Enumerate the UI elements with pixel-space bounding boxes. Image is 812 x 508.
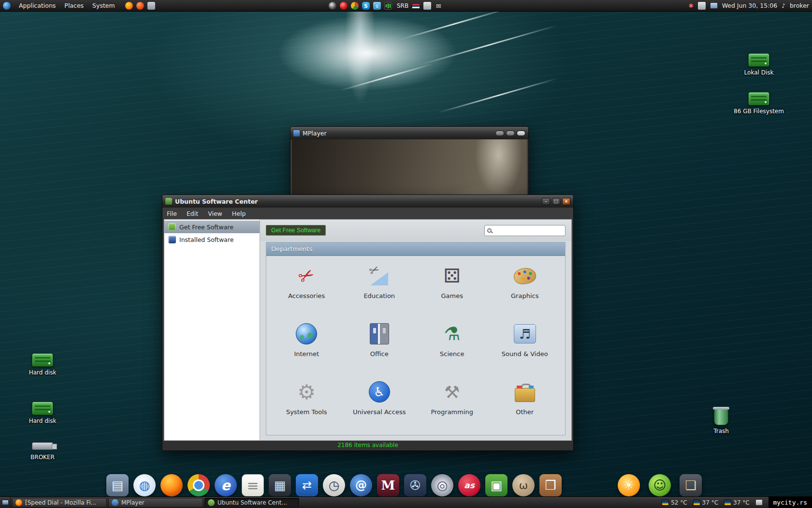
minimize-button[interactable] <box>495 131 504 136</box>
network-screens-icon[interactable] <box>710 2 718 9</box>
menu-system[interactable]: System <box>88 0 119 12</box>
category-games[interactable]: ⚄ Games <box>416 263 489 316</box>
distro-menu-icon[interactable] <box>3 2 11 10</box>
dock-icon-email[interactable] <box>350 474 372 496</box>
menu-view[interactable]: View <box>203 210 227 217</box>
messenger-tray-icon[interactable]: s <box>373 2 381 10</box>
user-menu[interactable]: broker <box>790 2 809 9</box>
volume-icon[interactable]: ♪ <box>782 2 785 9</box>
menu-file[interactable]: File <box>162 210 181 217</box>
desktop-icon-hard-disk-1[interactable]: Hard disk <box>14 353 72 376</box>
swirl-tray-icon[interactable] <box>329 2 336 10</box>
category-graphics[interactable]: Graphics <box>489 263 562 316</box>
audio-meter-tray-icon[interactable] <box>384 2 392 10</box>
desktop-icon-trash[interactable]: Trash <box>692 409 750 434</box>
temperature-monitor-1[interactable]: 52 °C <box>662 499 687 506</box>
close-button[interactable]: × <box>562 198 570 205</box>
maximize-button[interactable]: □ <box>552 198 560 205</box>
app-launcher-icon[interactable] <box>147 2 155 10</box>
menu-applications[interactable]: Applications <box>14 0 60 12</box>
firefox-launcher-icon[interactable] <box>125 2 133 10</box>
category-other[interactable]: Other <box>489 379 562 432</box>
mail-tray-icon[interactable]: ✉ <box>435 2 442 10</box>
dock-icon-firefox[interactable] <box>160 474 183 496</box>
update-notifier-icon[interactable]: ✱ <box>689 2 694 9</box>
dock-icon-package-manager[interactable] <box>485 474 508 496</box>
maximize-button[interactable] <box>506 131 515 136</box>
menu-help[interactable]: Help <box>228 210 250 217</box>
dock-icon-calculator[interactable] <box>269 474 291 496</box>
close-button[interactable] <box>517 131 525 136</box>
keyboard-tray-icon[interactable] <box>423 2 431 10</box>
dock-icon-cd-burner[interactable] <box>431 474 453 496</box>
dock-icon-file-stack[interactable] <box>680 474 702 496</box>
breadcrumb-get-free-software[interactable]: Get Free Software <box>266 225 326 236</box>
desktop-icon-label: 86 GB Filesystem <box>734 108 784 115</box>
dock-icon-movie-player[interactable] <box>404 474 426 496</box>
skype-tray-icon[interactable]: S <box>362 2 370 10</box>
desktop-icon-broker-usb[interactable]: BROKER <box>14 438 72 461</box>
category-label: System Tools <box>286 408 327 416</box>
temperature-monitor-3[interactable]: 37 °C <box>724 499 749 506</box>
browser-launcher-icon[interactable] <box>136 2 144 10</box>
search-box[interactable] <box>484 225 566 236</box>
software-center-titlebar[interactable]: Ubuntu Software Center – □ × <box>162 195 573 208</box>
task-software-center[interactable]: Ubuntu Software Cent... <box>204 498 299 508</box>
search-input[interactable] <box>494 227 566 234</box>
dock-icon-weather[interactable] <box>618 474 640 496</box>
office-binders-icon <box>370 323 389 344</box>
dock-icon-internet[interactable] <box>215 474 237 496</box>
task-mplayer[interactable]: MPlayer <box>108 498 203 508</box>
category-label: Internet <box>294 350 319 358</box>
drive-icon <box>748 92 769 105</box>
task-firefox[interactable]: [Speed Dial - Mozilla Fi... <box>12 498 107 508</box>
dock-icon-teamviewer[interactable] <box>296 474 318 496</box>
dock-icon-clock[interactable] <box>323 474 345 496</box>
tray-device-icon[interactable] <box>755 499 763 506</box>
category-programming[interactable]: ⚒ Programming <box>416 379 489 432</box>
dock-icon-mplayer[interactable] <box>377 474 399 496</box>
panel-clock[interactable]: Wed Jun 30, 15:06 <box>722 2 778 9</box>
show-desktop-button[interactable] <box>0 497 11 508</box>
dock-icon-alien-game[interactable] <box>649 474 671 496</box>
desktop-icon-hard-disk-2[interactable]: Hard disk <box>14 402 72 424</box>
sidebar-item-installed-software[interactable]: Installed Software <box>164 233 260 246</box>
keyboard-layout-indicator[interactable]: SRB <box>397 2 408 9</box>
category-label: Accessories <box>288 292 325 299</box>
category-science[interactable]: ⚗ Science <box>416 321 489 374</box>
site-watermark: mycity.rs <box>768 497 812 508</box>
minimize-button[interactable]: – <box>542 198 550 205</box>
menu-edit[interactable]: Edit <box>182 210 203 217</box>
software-center-window[interactable]: Ubuntu Software Center – □ × File Edit V… <box>162 194 574 451</box>
category-internet[interactable]: Internet <box>270 321 343 374</box>
graphics-icon <box>513 266 537 285</box>
menu-places[interactable]: Places <box>60 0 88 12</box>
category-system-tools[interactable]: ⚙ System Tools <box>270 379 343 432</box>
desktop-icon-lokal-disk[interactable]: Lokal Disk <box>730 53 788 76</box>
category-education[interactable]: Education <box>343 263 416 316</box>
media-tray-icon[interactable] <box>340 2 348 10</box>
desktop-icon-86gb-filesystem[interactable]: 86 GB Filesystem <box>730 92 788 115</box>
gear-icon: ⚙ <box>297 380 316 404</box>
dock-icon-file-manager[interactable] <box>106 474 129 496</box>
dock-icon-lastfm[interactable] <box>458 474 480 496</box>
category-sound-video[interactable]: ♬ Sound & Video <box>489 321 562 374</box>
dock-icon-pet-game[interactable] <box>512 474 535 496</box>
sidebar-item-get-free-software[interactable]: Get Free Software <box>164 221 260 233</box>
notification-tray: S s SRB ✉ <box>329 0 442 12</box>
temperature-value: 37 °C <box>702 499 718 506</box>
dock-icon-text-editor[interactable] <box>242 474 264 496</box>
desktop-icon-label: BROKER <box>30 454 55 461</box>
mplayer-titlebar[interactable]: MPlayer <box>290 127 528 139</box>
taskbar: [Speed Dial - Mozilla Fi... MPlayer Ubun… <box>0 496 812 508</box>
category-office[interactable]: Office <box>343 321 416 374</box>
dock-icon-chrome[interactable] <box>188 474 210 496</box>
category-universal-access[interactable]: ♿ Universal Access <box>343 379 416 432</box>
category-label: Office <box>370 350 389 358</box>
dock-icon-web-browser[interactable] <box>133 474 156 496</box>
browser-tray-icon[interactable] <box>351 2 359 10</box>
input-tray-icon[interactable] <box>698 2 706 10</box>
temperature-monitor-2[interactable]: 37 °C <box>693 499 718 506</box>
category-accessories[interactable]: ✂ Accessories <box>270 263 343 316</box>
dock-icon-archive-manager[interactable] <box>539 474 562 496</box>
